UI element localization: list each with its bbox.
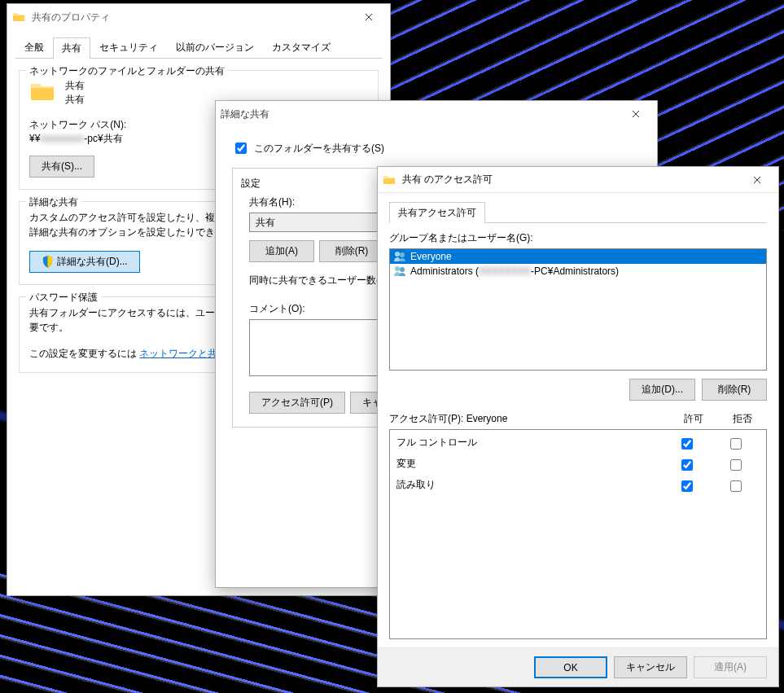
user-name-hidden: XXXXXXXX: [479, 265, 531, 277]
properties-titlebar[interactable]: 共有のプロパティ: [7, 4, 390, 30]
permissions-titlebar[interactable]: 共有 のアクセス許可: [378, 167, 778, 193]
users-listbox[interactable]: Everyone Administrators (XXXXXXXX-PC¥Adm…: [389, 248, 767, 371]
deny-checkbox[interactable]: [730, 438, 742, 450]
path-hidden: xxxxxxxxx: [40, 133, 84, 144]
tab-versions[interactable]: 以前のバージョン: [167, 37, 263, 58]
svg-point-2: [395, 266, 400, 271]
perm-row: フル コントロール: [390, 433, 766, 454]
folder-name: 共有: [65, 79, 85, 93]
share-status: 共有: [65, 93, 85, 107]
permissions-footer: OK キャンセル 適用(A): [378, 647, 778, 686]
permissions-for-label: アクセス許可(P): Everyone: [389, 412, 669, 426]
share-folder-label: このフォルダーを共有する(S): [254, 142, 384, 156]
permissions-button[interactable]: アクセス許可(P): [249, 392, 345, 414]
allow-checkbox[interactable]: [681, 438, 693, 450]
advanced-share-button[interactable]: 詳細な共有(D)...: [29, 251, 140, 273]
apply-button[interactable]: 適用(A): [694, 656, 767, 678]
user-name: Administrators (XXXXXXXX-PC¥Administrato…: [410, 265, 619, 277]
permissions-tabs: 共有アクセス許可: [389, 201, 767, 223]
path-suffix: -pc¥共有: [84, 133, 122, 144]
network-share-legend: ネットワークのファイルとフォルダーの共有: [26, 64, 228, 78]
group-user-label: グループ名またはユーザー名(G):: [389, 231, 767, 245]
properties-tabs: 全般 共有 セキュリティ 以前のバージョン カスタマイズ: [15, 37, 382, 59]
allow-checkbox[interactable]: [681, 459, 693, 471]
remove-button[interactable]: 削除(R): [702, 379, 767, 401]
deny-checkbox[interactable]: [730, 480, 742, 492]
tab-customize[interactable]: カスタマイズ: [263, 37, 339, 58]
remove-button[interactable]: 削除(R): [319, 240, 384, 262]
close-icon[interactable]: [353, 5, 385, 29]
tab-sharing[interactable]: 共有: [53, 37, 90, 59]
perm-label: フル コントロール: [396, 436, 662, 452]
tab-security[interactable]: セキュリティ: [90, 37, 167, 58]
perm-row: 変更: [390, 454, 766, 476]
properties-title: 共有のプロパティ: [32, 11, 353, 24]
users-icon: [393, 265, 406, 278]
user-name-pre: Administrators (: [410, 265, 479, 277]
permissions-title: 共有 のアクセス許可: [402, 173, 741, 186]
col-deny: 拒否: [718, 412, 767, 426]
advanced-share-button-label: 詳細な共有(D)...: [57, 256, 128, 267]
users-icon: [393, 250, 406, 263]
user-name-suf: -PC¥Administrators): [531, 265, 619, 277]
svg-point-0: [395, 252, 400, 257]
share-folder-checkbox[interactable]: [235, 143, 247, 154]
ok-button[interactable]: OK: [534, 656, 607, 678]
share-button[interactable]: 共有(S)...: [29, 156, 94, 178]
add-button[interactable]: 追加(D)...: [629, 379, 695, 401]
col-allow: 許可: [669, 412, 718, 426]
folder-icon: [383, 173, 396, 186]
password-line2-pre: この設定を変更するには: [29, 348, 139, 359]
permissions-table: フル コントロール 変更 読み取り: [389, 429, 767, 639]
tab-general[interactable]: 全般: [15, 37, 53, 58]
advanced-sharing-titlebar[interactable]: 詳細な共有: [216, 101, 657, 127]
password-legend: パスワード保護: [26, 291, 101, 305]
close-icon[interactable]: [620, 102, 652, 126]
tab-share-permissions[interactable]: 共有アクセス許可: [389, 202, 485, 223]
advanced-sharing-title: 詳細な共有: [221, 107, 620, 121]
path-prefix: ¥¥: [29, 133, 40, 144]
svg-point-1: [400, 252, 405, 257]
advanced-share-legend: 詳細な共有: [26, 195, 81, 209]
add-button[interactable]: 追加(A): [249, 240, 314, 262]
permissions-dialog: 共有 のアクセス許可 共有アクセス許可 グループ名またはユーザー名(G): Ev…: [377, 166, 779, 687]
close-icon[interactable]: [741, 168, 773, 192]
list-item[interactable]: Administrators (XXXXXXXX-PC¥Administrato…: [390, 264, 766, 279]
perm-label: 変更: [396, 457, 662, 473]
allow-checkbox[interactable]: [681, 480, 693, 492]
deny-checkbox[interactable]: [730, 459, 742, 471]
share-folder-checkbox-row[interactable]: このフォルダーを共有する(S): [232, 140, 641, 156]
perm-row: 読み取り: [390, 476, 766, 497]
cancel-button[interactable]: キャンセル: [614, 656, 687, 678]
perm-label: 読み取り: [396, 478, 662, 494]
list-item[interactable]: Everyone: [390, 249, 766, 264]
folder-icon: [29, 79, 55, 105]
user-name: Everyone: [410, 251, 452, 262]
svg-point-3: [400, 267, 405, 272]
folder-icon: [12, 11, 25, 24]
